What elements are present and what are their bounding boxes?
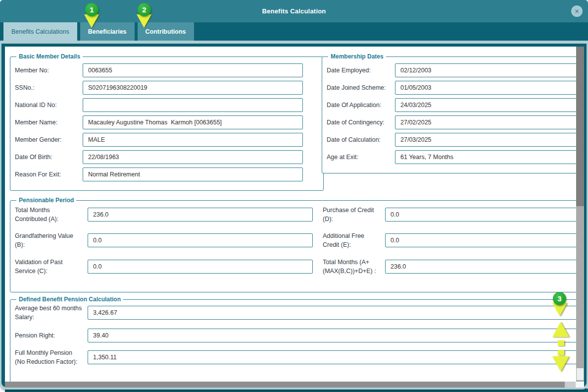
close-icon: ✕ (574, 8, 579, 15)
section-legend: Pensionable Period (16, 197, 76, 204)
date-joined-scheme-input[interactable] (395, 81, 576, 95)
tab-label: Contributions (146, 28, 186, 35)
field-label: Member Name: (15, 118, 83, 127)
section-legend: Membership Dates (328, 53, 386, 60)
form-row: Grandfathering Value (B): Additional Fre… (15, 231, 576, 249)
grandfathering-value-input[interactable] (88, 233, 313, 247)
field-label: Date of Calculation: (327, 135, 390, 144)
horizontal-scrollbar-end[interactable] (565, 382, 576, 388)
form-row: Date Employed: (327, 63, 576, 77)
field-label: Member No: (15, 66, 83, 75)
member-name-input[interactable] (83, 115, 303, 129)
form-row: Member Gender: (15, 133, 319, 147)
date-of-contingency-input[interactable] (395, 115, 576, 129)
total-months-contributed-input[interactable] (88, 208, 313, 222)
form-row: Reason For Exit: (15, 168, 319, 181)
form-content: Basic Member Details Member No: SSNo.: N… (5, 47, 576, 382)
form-row: Pension Right: (15, 329, 576, 342)
national-id-input[interactable] (83, 98, 303, 112)
field-label: Date Joined Scheme: (327, 83, 390, 92)
benefits-calculation-dialog: Benefits Calculation ✕ Benefits Calculat… (0, 0, 588, 390)
page-background: Benefits Calculation ✕ Benefits Calculat… (0, 0, 588, 392)
vertical-scrollbar[interactable] (576, 47, 584, 382)
field-label: Average best 60 months Salary: (15, 304, 83, 322)
reason-for-exit-input[interactable] (83, 168, 303, 181)
section-legend: Defined Benefit Pension Calculation (16, 296, 123, 303)
form-row: Date Joined Scheme: (327, 81, 576, 95)
form-row: Member No: (15, 63, 319, 77)
field-label: Date Employed: (327, 66, 390, 75)
additional-free-credit-input[interactable] (385, 233, 576, 247)
field-label: Grandfathering Value (B): (15, 231, 83, 249)
tab-label: Benefits Calculations (11, 28, 69, 35)
date-of-application-input[interactable] (395, 98, 576, 112)
step-1-badge: 1 (85, 3, 98, 16)
horizontal-scrollbar[interactable] (5, 382, 584, 388)
scroll-hint-dot (558, 350, 564, 355)
date-of-calculation-input[interactable] (395, 133, 576, 147)
form-row: Validation of Past Service (C): Total Mo… (15, 258, 576, 276)
step-3-badge: 3 (553, 292, 566, 305)
member-gender-input[interactable] (83, 133, 303, 147)
form-row: Full Monthly Pension (No Reduction Facto… (15, 348, 576, 366)
tab-label: Beneficiaries (88, 28, 127, 35)
pensionable-period-section: Pensionable Period Total Months Contribu… (10, 197, 576, 292)
basic-member-details-section: Basic Member Details Member No: SSNo.: N… (10, 53, 324, 191)
vertical-scrollbar-thumb[interactable] (576, 47, 584, 206)
scroll-down-arrow-icon (552, 356, 569, 372)
form-row: Date Of Application: (327, 98, 576, 112)
section-legend: Basic Member Details (16, 53, 83, 60)
form-row: National ID No: (15, 98, 319, 112)
member-no-input[interactable] (83, 63, 303, 77)
scroll-up-arrow-icon (552, 322, 569, 337)
content-frame: Basic Member Details Member No: SSNo.: N… (1, 44, 587, 387)
dialog-title: Benefits Calculation (262, 7, 326, 15)
scrollbar-corner (576, 382, 584, 388)
field-label: Total Months Contributed (A): (15, 206, 83, 224)
dialog-body: Basic Member Details Member No: SSNo.: N… (0, 41, 588, 390)
step-2-badge: 2 (138, 3, 151, 16)
field-label: Total Months (A+ (MAX(B,C))+D+E) : (323, 258, 381, 276)
vertical-scrollbar-button[interactable] (577, 368, 584, 380)
field-label: Reason For Exit: (15, 170, 83, 179)
validation-past-service-input[interactable] (88, 260, 313, 274)
full-monthly-pension-input[interactable] (88, 350, 576, 364)
form-row: Member Name: (15, 115, 319, 129)
close-button[interactable]: ✕ (571, 5, 583, 17)
form-row: Date of Contingency: (327, 115, 576, 129)
form-row: Total Months Contributed (A): Purchase o… (15, 206, 576, 224)
form-row: Date Of Birth: (15, 150, 319, 164)
average-salary-input[interactable] (88, 306, 576, 320)
step-1-pointer-arrow-icon (84, 14, 99, 28)
purchase-of-credit-input[interactable] (385, 208, 576, 222)
step-2-pointer-arrow-icon (137, 14, 151, 28)
field-label: Additional Free Credit (E): (323, 231, 381, 249)
field-label: Purchase of Credit (D): (323, 206, 381, 224)
field-label: Validation of Past Service (C): (15, 258, 83, 276)
form-row: Date of Calculation: (327, 133, 576, 147)
form-row: SSNo.: (15, 81, 319, 95)
field-label: Full Monthly Pension (No Reduction Facto… (15, 348, 83, 366)
pension-right-input[interactable] (88, 329, 576, 342)
field-label: National ID No: (15, 101, 83, 110)
field-label: Date of Contingency: (327, 118, 390, 127)
field-label: Member Gender: (15, 135, 83, 144)
field-label: Age at Exit: (327, 153, 390, 162)
scroll-hint-dot (558, 340, 564, 346)
field-label: SSNo.: (15, 83, 83, 92)
field-label: Date Of Birth: (15, 153, 83, 162)
date-employed-input[interactable] (395, 63, 576, 77)
form-row: Age at Exit: (327, 150, 576, 164)
defined-benefit-section: Defined Benefit Pension Calculation Aver… (10, 296, 576, 382)
ssno-input[interactable] (83, 81, 303, 95)
form-row: Average best 60 months Salary: (15, 304, 576, 322)
tab-benefits-calculations[interactable]: Benefits Calculations (3, 22, 77, 41)
age-at-exit-input[interactable] (395, 150, 576, 164)
date-of-birth-input[interactable] (83, 150, 303, 164)
field-label: Pension Right: (15, 331, 83, 340)
total-months-input[interactable] (385, 260, 576, 274)
field-label: Date Of Application: (327, 101, 390, 110)
membership-dates-section: Membership Dates Date Employed: Date Joi… (322, 53, 576, 173)
